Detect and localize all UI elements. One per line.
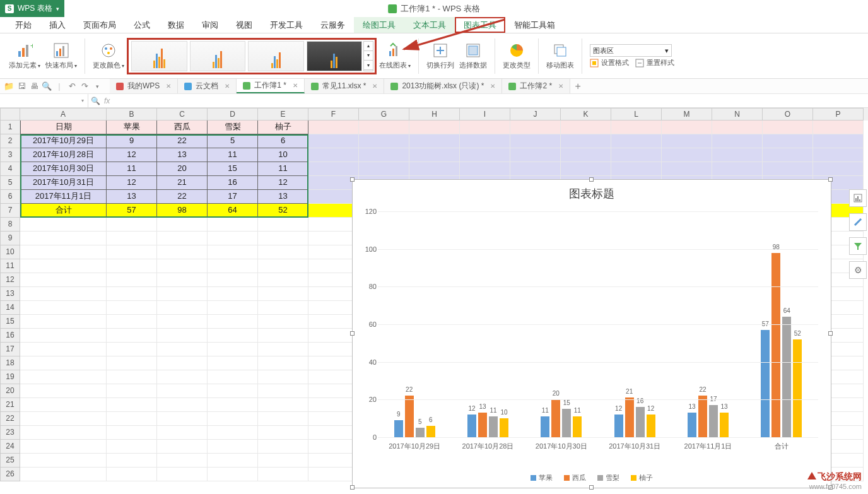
cell-A2[interactable]: 2017年10月29日 [20,134,107,148]
cell-E13[interactable] [258,287,308,301]
cell-E2[interactable]: 6 [258,134,308,148]
cell-A4[interactable]: 2017年10月30日 [20,162,107,176]
row-header-12[interactable]: 12 [0,273,20,287]
cell-A11[interactable] [20,259,107,273]
qa-more[interactable]: ▾ [91,80,103,93]
cell-A20[interactable] [20,384,107,398]
cell-D16[interactable] [208,329,258,343]
cell-P3[interactable] [813,148,864,162]
bar[interactable]: 12 [647,415,655,437]
move-chart-button[interactable]: 移动图表 [544,40,577,71]
close-icon[interactable]: ✕ [372,83,377,90]
cell-C11[interactable] [157,259,208,273]
cell-J2[interactable] [510,134,561,148]
gallery-scroll[interactable]: ▴▾▾ [363,41,373,71]
cell-C14[interactable] [157,301,208,315]
new-tab-button[interactable]: + [570,81,585,92]
cell-F8[interactable] [308,218,359,232]
bar[interactable]: 13 [720,413,729,437]
row-header-16[interactable]: 16 [0,329,20,343]
cell-G4[interactable] [359,162,409,176]
save-button[interactable]: 🖫 [15,80,28,93]
chart-legend[interactable]: 苹果西瓜雪梨柚子 [353,473,831,483]
col-header-A[interactable]: A [20,108,107,121]
cell-D19[interactable] [208,370,258,384]
app-menu-button[interactable]: S WPS 表格 ▾ [0,0,64,17]
resize-handle[interactable] [350,485,355,490]
row-header-15[interactable]: 15 [0,315,20,329]
cell-A13[interactable] [20,287,107,301]
cell-C12[interactable] [157,273,208,287]
change-color-button[interactable]: 更改颜色▾ [90,40,127,71]
bar[interactable]: 21 [625,397,634,437]
cell-K3[interactable] [561,148,611,162]
menu-智能工具箱[interactable]: 智能工具箱 [505,17,564,33]
cell-D26[interactable] [208,468,258,481]
col-header-H[interactable]: H [409,108,460,121]
add-element-button[interactable]: + 添加元素▾ [6,40,43,71]
cell-I1[interactable] [460,121,510,134]
cell-F2[interactable] [308,134,359,148]
cell-H3[interactable] [409,148,460,162]
cell-A8[interactable] [20,218,107,232]
cell-E15[interactable] [258,315,308,329]
cell-F12[interactable] [308,273,359,287]
row-header-24[interactable]: 24 [0,440,20,454]
cell-D11[interactable] [208,259,258,273]
bar[interactable]: 12 [614,415,623,437]
resize-handle[interactable] [350,177,355,182]
col-header-L[interactable]: L [611,108,662,121]
cell-E3[interactable]: 10 [258,148,308,162]
bar[interactable]: 6 [426,426,435,437]
col-header-F[interactable]: F [308,108,359,121]
cell-D20[interactable] [208,384,258,398]
cell-L1[interactable] [611,121,662,134]
col-header-P[interactable]: P [813,108,864,121]
cell-G1[interactable] [359,121,409,134]
cell-E25[interactable] [258,454,308,468]
row-header-4[interactable]: 4 [0,162,20,176]
col-header-J[interactable]: J [510,108,561,121]
cell-D22[interactable] [208,412,258,426]
cell-A16[interactable] [20,329,107,343]
row-header-10[interactable]: 10 [0,245,20,259]
cell-E26[interactable] [258,468,308,481]
cell-D8[interactable] [208,218,258,232]
row-header-11[interactable]: 11 [0,259,20,273]
cell-F14[interactable] [308,301,359,315]
cell-B8[interactable] [107,218,157,232]
cell-C6[interactable]: 22 [157,190,208,204]
cell-B4[interactable]: 11 [107,162,157,176]
cell-E10[interactable] [258,245,308,259]
doctab-我的WPS[interactable]: 我的WPS✕ [110,79,178,93]
row-header-1[interactable]: 1 [0,121,20,134]
gallery-more-icon[interactable]: ▾ [364,61,373,70]
col-header-I[interactable]: I [460,108,510,121]
chart-elements-button[interactable] [849,189,867,207]
print-button[interactable]: 🖶 [28,80,40,93]
switch-rowcol-button[interactable]: 切换行列 [424,40,457,71]
cell-E14[interactable] [258,301,308,315]
cell-C3[interactable]: 13 [157,148,208,162]
cell-E1[interactable]: 柚子 [258,121,308,134]
bar[interactable]: 12 [467,415,476,437]
reset-style-button[interactable]: 重置样式 [635,58,674,68]
chart-title[interactable]: 图表标题 [353,186,831,201]
bar[interactable]: 11 [573,416,582,437]
col-header-C[interactable]: C [157,108,208,121]
fx-search-icon[interactable]: 🔍 [91,97,100,105]
cell-E18[interactable] [258,356,308,370]
resize-handle[interactable] [828,331,833,336]
close-icon[interactable]: ✕ [293,82,298,89]
cell-D23[interactable] [208,426,258,440]
close-icon[interactable]: ✕ [166,83,171,90]
cell-E20[interactable] [258,384,308,398]
cell-C5[interactable]: 21 [157,176,208,190]
menu-插入[interactable]: 插入 [40,17,74,33]
resize-handle[interactable] [350,331,355,336]
row-header-13[interactable]: 13 [0,287,20,301]
cell-F1[interactable] [308,121,359,134]
cell-K1[interactable] [561,121,611,134]
cell-A24[interactable] [20,440,107,454]
cell-F22[interactable] [308,412,359,426]
